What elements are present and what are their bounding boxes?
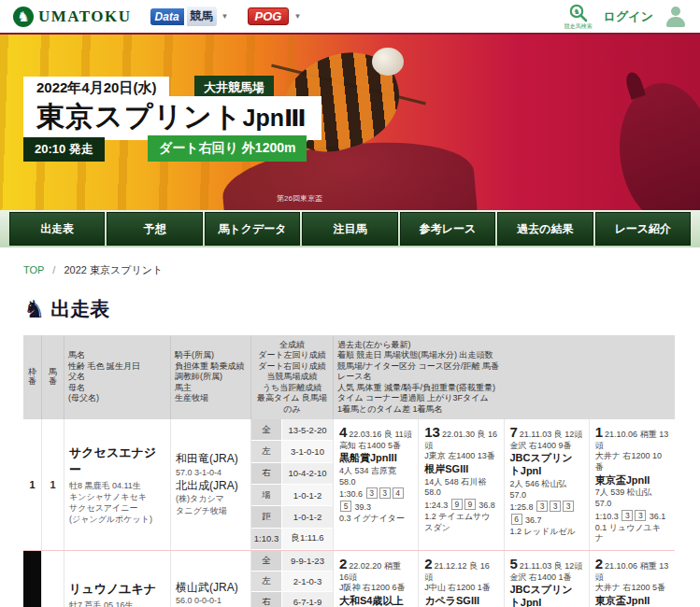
past-race-head: 121.10.06 稍重 13頭 [595,425,669,451]
col-header-stats: 全成績ダート左回り成績ダート右回り成績当競馬場成績うち当距離成績最高タイム 良馬… [251,335,334,419]
breadcrumb-home[interactable]: TOP [23,264,44,275]
corner-position: 3 [379,487,391,499]
stats-label: 距 [251,506,281,527]
corner-position: 5 [340,501,351,512]
svg-text:♞: ♞ [573,7,579,16]
race-date-info: 21.11.03 良 12頭 [520,561,582,571]
past-race-cell: 721.11.03 良 12頭金沢 右1400 9番JBCスプリントJpnI2人… [505,419,590,550]
finish-position: 2 [424,556,432,572]
nav-tab-6[interactable]: レース紹介 [595,212,691,246]
header-line: 負担体重 騎乗成績 [175,361,247,372]
nav-tab-2[interactable]: 馬トクデータ [205,212,300,246]
past-race-name-link[interactable]: JBCスプリントJpnI [510,584,583,607]
header-line: 着順 競走日 馬場状態(馬場水分) 出走頭数 [337,350,671,360]
past-race-name-link[interactable]: カペラSGIII [424,595,497,607]
corner-position: 4 [393,487,404,499]
past-race-name-link[interactable]: 根岸SGIII [424,463,497,476]
finish-position: 4 [339,424,347,440]
waku-cell: 2 [23,551,42,607]
corner-position: 3 [563,501,574,512]
stats-value: 6-7-1-9 [282,592,333,607]
stats-value: 3-1-0-10 [282,441,333,461]
corner-position: 9 [451,499,463,510]
race-course-info: 大井ナ 右1200 5番 [595,583,669,594]
stats-row: 距1-0-1-2 [251,506,333,527]
col-header-past: 過去走(左から最新)着順 競走日 馬場状態(馬場水分) 出走頭数競馬場/ナイター… [334,335,675,419]
horse-name-link[interactable]: サクセスエナジー [69,445,165,478]
race-course-info: J東京 左1400 13番 [424,451,497,462]
past-race-cell: 521.11.03 良 12頭金沢 右1400 1番JBCスプリントJpnI3人… [505,551,590,607]
stats-row: 右6-7-1-9 [251,592,333,607]
header-line: ダート右回り成績 [258,361,326,372]
stats-cell: 全9-9-1-23左2-1-0-3右6-7-1-9場1-1-0-0距1-1-0-… [251,551,334,607]
finish-time: 1:30.6 [339,489,363,499]
nav-tab-1[interactable]: 予想 [107,212,202,246]
header-line: 馬主 [175,383,247,393]
nav-tab-4[interactable]: 参考レース [400,212,495,246]
last-3f-time: 39.3 [355,502,372,512]
past-race-name-link[interactable]: JBCスプリントJpnI [510,452,583,478]
umatoku-logo-icon: ♞ [13,7,34,27]
chevron-down-icon: ▼ [293,12,301,21]
corner-position: 6 [511,514,522,525]
header-line: 当競馬場成績 [267,372,318,382]
past-race-cell: 221.12.12 良 16頭J中山 右1200 1番カペラSGIII2人 50… [419,551,504,607]
sire-name: キンシャサノキセキ [69,491,165,502]
menu-pog[interactable]: POG ▼ [248,7,302,25]
race-title: 東京スプリントJpnⅢ [23,96,321,140]
stats-row: 左2-1-0-3 [251,572,333,591]
top-header: ♞ UMATOKU Data 競馬 ▼ POG ▼ ♞ 競走馬検索 ログイン [0,0,700,35]
stats-label: 全 [251,419,281,440]
run-info: 1:30.6 3345 39.3 [339,487,412,513]
jockey-name-link[interactable]: 和田竜(JRA) [176,452,246,467]
nav-tab-0[interactable]: 出走表 [9,212,105,246]
corner-position: 3 [536,501,548,512]
trainer-name-link[interactable]: 北出成(JRA) [176,479,246,494]
menu-data-keiba[interactable]: Data 競馬 ▼ [150,7,229,26]
last-3f-time: 36.7 [525,515,542,525]
race-course-info: J阪神 右1200 6番 [339,583,412,594]
col-header-num: 馬番 [42,335,64,419]
page-title: 出走表 [50,296,109,322]
chevron-down-icon: ▼ [221,12,229,21]
section-heading: ♞ 出走表 [23,296,700,322]
header-line: ダート左回り成績 [258,350,326,360]
umatoku-logo[interactable]: ♞ UMATOKU [13,7,132,27]
finish-position: 13 [424,424,440,440]
past-race-name-link[interactable]: 大和S4歳以上オープン [339,595,412,607]
header-line: 性齢 毛色 誕生月日 [68,361,166,372]
data-keiba-logo: Data [150,8,184,25]
horse-name-link[interactable]: リュウノユキナ [69,581,165,598]
weight-record: 57.0 3-1-0-4 [176,467,246,479]
race-title-text: 東京スプリント [36,101,243,132]
nav-tab-3[interactable]: 注目馬 [302,212,397,246]
horse-search-button[interactable]: ♞ 競走馬検索 [564,4,593,29]
past-race-name-link[interactable]: 黒船賞JpnIII [339,452,412,465]
margin-winner: 1.2 テイエムサウスダン [424,512,497,533]
stats-row: 全9-9-1-23 [251,551,333,571]
breadcrumb-current: 2022 東京スプリント [64,264,163,275]
entry-info: 2人 546 松山弘 57.0 [510,479,583,501]
margin-winner: 0.1 リュウノユキナ [595,523,669,544]
top-right-area: ♞ 競走馬検索 ログイン [564,4,687,29]
finish-time: 1:10.3 [595,512,619,521]
table-row: 22リュウノユキナ牡7 芦毛 05.16生ヴァーミリアンネオカラー(クロフネ)横… [23,551,675,607]
stats-label: 場 [251,485,281,505]
table-row: 11サクセスエナジー牡8 黒鹿毛 04.11生キンシャサノキセキサクセスアイニー… [23,419,675,551]
entry-info: 7人 539 松山弘 57.0 [595,487,669,509]
login-link[interactable]: ログイン [604,8,653,25]
stats-row: 1:10.3良1:11.6 [251,529,333,549]
race-date-info: 22.03.16 良 11頭 [349,430,411,439]
search-caption: 競走馬検索 [564,23,593,29]
past-race-name-link[interactable]: 東京盃JpnII [595,474,669,487]
jockey-name-link[interactable]: 横山武(JRA) [176,581,246,596]
stats-value: 2-1-0-3 [282,572,333,591]
header-line: 番 [49,377,57,387]
nav-tab-5[interactable]: 過去の結果 [497,212,593,246]
stats-row: 左3-1-0-10 [251,441,333,461]
race-date-info: 21.12.12 良 16頭 [424,561,489,582]
past-race-name-link[interactable]: 東京盃JpnII [595,595,669,607]
user-icon[interactable] [664,6,687,28]
race-date-info: 21.10.06 稍重 13頭 [595,561,668,582]
header-line: うち当距離成績 [263,383,321,393]
